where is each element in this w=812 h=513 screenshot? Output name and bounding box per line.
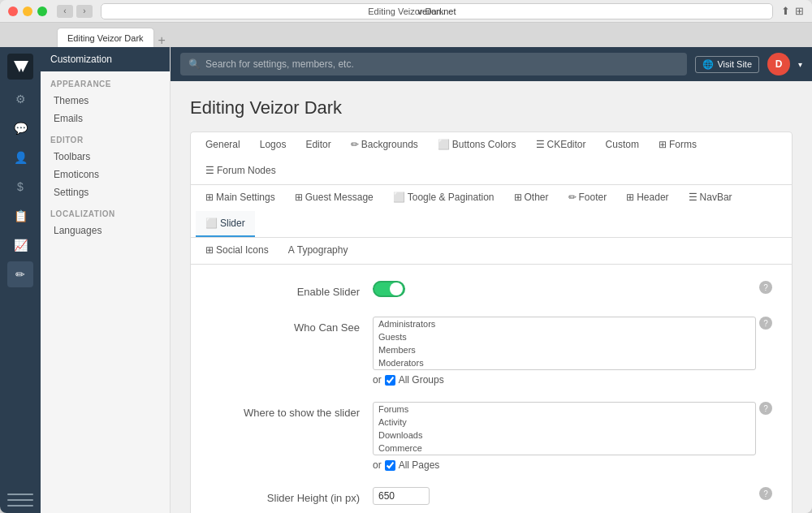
titlebar: ‹ › veilon.net Editing Veizor Dark ⬆ ⊞: [0, 0, 812, 23]
avatar-dropdown-icon[interactable]: ▾: [798, 60, 802, 69]
forum-nodes-icon: ☰: [205, 165, 214, 176]
header-icon: ⊞: [626, 192, 634, 203]
maximize-button[interactable]: [37, 6, 47, 16]
form-content: Enable Slider ? Who Can See: [191, 265, 792, 513]
section-title-localization: LOCALIZATION: [41, 201, 170, 222]
tab-navbar[interactable]: ☰ NavBar: [679, 185, 742, 211]
enable-slider-toggle[interactable]: [373, 281, 405, 297]
social-icons-icon: ⊞: [205, 244, 214, 256]
enable-slider-label: Enable Slider: [210, 281, 373, 298]
sidebar-menu-toggle[interactable]: [7, 494, 33, 507]
all-groups-row: or All Groups: [373, 374, 756, 386]
tab-header[interactable]: ⊞ Header: [616, 185, 678, 211]
sidebar-bottom: [7, 487, 33, 507]
footer-icon: ✏: [568, 192, 577, 203]
nav-item-emoticons[interactable]: Emoticons: [41, 166, 170, 183]
new-browser-tab-button[interactable]: +: [158, 34, 166, 47]
sidebar-icon-messages[interactable]: 💬: [7, 115, 33, 141]
nav-item-emails[interactable]: Emails: [41, 110, 170, 127]
tab-toogle-pagination[interactable]: ⬜ Toogle & Pagination: [383, 185, 504, 211]
new-tab-button[interactable]: ⊞: [795, 5, 804, 17]
typography-icon: A: [288, 244, 295, 256]
tab-slider[interactable]: ⬜ Slider: [196, 211, 255, 237]
slider-height-control: [373, 487, 756, 505]
back-button[interactable]: ‹: [57, 5, 73, 18]
tab-logos[interactable]: Logos: [250, 132, 296, 158]
page-title: Editing Veizor Dark: [190, 97, 793, 119]
browser-tabbar: Editing Veizor Dark +: [0, 23, 812, 47]
slider-height-help[interactable]: ?: [759, 487, 772, 500]
enable-slider-help[interactable]: ?: [759, 281, 772, 294]
list-item-commerce[interactable]: Commerce: [374, 442, 755, 455]
all-pages-label: All Pages: [399, 459, 440, 471]
browser-tab-active[interactable]: Editing Veizor Dark: [57, 28, 154, 47]
main-settings-icon: ⊞: [205, 192, 214, 203]
tab-ckeditor[interactable]: ☰ CKEditor: [526, 132, 596, 158]
visit-site-button[interactable]: 🌐 Visit Site: [695, 56, 759, 73]
all-pages-row: or All Pages: [373, 459, 756, 471]
nav-item-toolbars[interactable]: Toolbars: [41, 148, 170, 166]
list-item-activity[interactable]: Activity: [374, 416, 755, 429]
main-content: Editing Veizor Dark General Logos Editor…: [171, 81, 812, 513]
nav-item-themes[interactable]: Themes: [41, 92, 170, 110]
list-item-downloads[interactable]: Downloads: [374, 429, 755, 442]
forms-icon: ⊞: [659, 139, 667, 150]
where-to-show-help[interactable]: ?: [759, 402, 772, 415]
tab-buttons-colors[interactable]: ⬜ Buttons Colors: [428, 132, 526, 158]
tab-guest-message[interactable]: ⊞ Guest Message: [285, 185, 383, 211]
all-pages-checkbox[interactable]: [385, 460, 395, 471]
minimize-button[interactable]: [23, 6, 32, 16]
slider-height-input[interactable]: [373, 487, 430, 505]
tab-backgrounds[interactable]: ✏ Backgrounds: [341, 132, 428, 158]
search-box: 🔍: [180, 53, 687, 75]
list-item-guests[interactable]: Guests: [374, 330, 755, 343]
who-can-see-help[interactable]: ?: [759, 317, 772, 330]
tab-general[interactable]: General: [196, 132, 250, 158]
nav-item-settings[interactable]: Settings: [41, 183, 170, 201]
nav-buttons: ‹ ›: [57, 5, 93, 18]
form-row-slider-height: Slider Height (in px) ?: [210, 487, 772, 505]
sidebar-icon-customize[interactable]: ✏: [7, 261, 33, 287]
close-button[interactable]: [8, 6, 18, 16]
list-item-moderators[interactable]: Moderators: [374, 356, 755, 369]
forward-button[interactable]: ›: [76, 5, 93, 18]
where-to-show-listbox[interactable]: Forums Activity Downloads Commerce: [373, 402, 756, 455]
window: ‹ › veilon.net Editing Veizor Dark ⬆ ⊞ E…: [0, 0, 812, 513]
tab-other[interactable]: ⊞ Other: [504, 185, 559, 211]
tab-title: Editing Veizor Dark: [67, 33, 144, 43]
who-can-see-control: Administrators Guests Members Moderators…: [373, 317, 756, 386]
tab-main-settings[interactable]: ⊞ Main Settings: [196, 185, 285, 211]
sidebar-icon-users[interactable]: 👤: [7, 144, 33, 170]
share-button[interactable]: ⬆: [781, 5, 790, 17]
tab-footer[interactable]: ✏ Footer: [559, 185, 617, 211]
tabs-row-2: ⊞ Main Settings ⊞ Guest Message ⬜ Toogle…: [191, 185, 792, 238]
tab-forms[interactable]: ⊞ Forms: [649, 132, 706, 158]
tab-editor[interactable]: Editor: [296, 132, 340, 158]
sidebar-icon-pages[interactable]: 📋: [7, 203, 33, 229]
or-label-groups: or: [373, 374, 382, 386]
list-item-members[interactable]: Members: [374, 343, 755, 356]
search-input[interactable]: [205, 58, 679, 70]
sidebar-icon-settings[interactable]: ⚙: [7, 86, 33, 112]
avatar[interactable]: D: [767, 53, 790, 75]
all-groups-checkbox[interactable]: [385, 375, 395, 386]
sidebar-icon-analytics[interactable]: 📈: [7, 232, 33, 258]
sidebar-icon-billing[interactable]: $: [7, 174, 33, 200]
or-label-pages: or: [373, 459, 382, 471]
tab-social-icons[interactable]: ⊞ Social Icons: [196, 238, 279, 264]
other-icon: ⊞: [514, 192, 522, 203]
list-item-administrators[interactable]: Administrators: [374, 317, 755, 330]
tab-custom[interactable]: Custom: [596, 132, 649, 158]
list-item-forums[interactable]: Forums: [374, 403, 755, 416]
ckeditor-icon: ☰: [536, 139, 545, 150]
visit-site-icon: 🌐: [702, 59, 714, 70]
guest-message-icon: ⊞: [295, 192, 303, 203]
content-inner: Editing Veizor Dark General Logos Editor…: [171, 81, 812, 513]
nav-item-languages[interactable]: Languages: [41, 222, 170, 239]
toggle-circle: [390, 282, 403, 295]
section-title-appearance: APPEARANCE: [41, 71, 170, 92]
who-can-see-listbox[interactable]: Administrators Guests Members Moderators: [373, 317, 756, 370]
sidebar-icons: ⚙ 💬 👤 $ 📋 📈 ✏: [0, 47, 41, 513]
tab-forum-nodes[interactable]: ☰ Forum Nodes: [196, 158, 286, 184]
tab-typography[interactable]: A Typography: [279, 238, 358, 264]
